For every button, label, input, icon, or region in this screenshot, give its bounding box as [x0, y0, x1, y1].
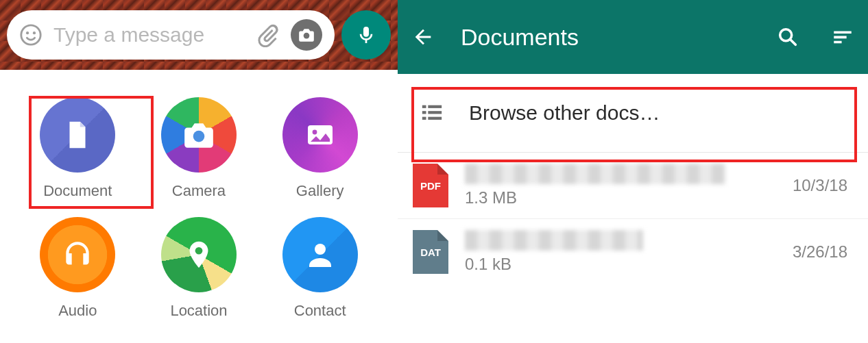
attachment-label: Gallery — [296, 182, 344, 200]
svg-point-7 — [195, 247, 203, 255]
svg-rect-15 — [428, 117, 442, 120]
attachment-audio[interactable]: Audio — [21, 217, 135, 320]
camera-icon — [182, 118, 216, 152]
attachment-contact[interactable]: Contact — [263, 217, 377, 320]
file-name-redacted — [465, 164, 725, 184]
attachment-gallery[interactable]: Gallery — [263, 97, 377, 200]
documents-picker-panel: Documents Browse other docs… PDF 1.3 MB … — [398, 0, 868, 343]
appbar-title: Documents — [461, 24, 757, 51]
svg-point-2 — [33, 31, 36, 34]
file-size: 0.1 kB — [465, 255, 776, 274]
svg-rect-14 — [422, 117, 426, 120]
documents-appbar: Documents — [398, 0, 868, 74]
svg-point-1 — [26, 31, 29, 34]
person-icon — [304, 238, 337, 271]
svg-point-8 — [315, 244, 326, 255]
svg-point-0 — [21, 25, 40, 45]
attachment-location[interactable]: Location — [142, 217, 256, 320]
svg-rect-12 — [422, 111, 426, 114]
dat-file-icon: DAT — [413, 230, 448, 274]
attachment-grid: Document Camera Gallery Audio — [0, 70, 398, 327]
file-size: 1.3 MB — [465, 188, 776, 207]
browse-other-docs[interactable]: Browse other docs… — [398, 74, 868, 153]
attachment-label: Location — [170, 302, 227, 320]
attachment-document[interactable]: Document — [21, 97, 135, 200]
sort-icon[interactable] — [831, 25, 854, 49]
file-row-dat[interactable]: DAT 0.1 kB 3/26/18 — [398, 219, 868, 285]
file-name-redacted — [465, 230, 643, 251]
list-icon — [418, 101, 446, 125]
svg-rect-10 — [422, 105, 426, 108]
browse-label: Browse other docs… — [469, 101, 660, 125]
pdf-file-icon: PDF — [413, 164, 448, 207]
svg-point-3 — [304, 33, 310, 39]
attachment-label: Document — [43, 182, 112, 200]
whatsapp-chat-panel: Type a message Document Camera — [0, 0, 398, 343]
svg-rect-13 — [428, 111, 442, 114]
emoji-icon[interactable] — [19, 23, 43, 47]
attachment-label: Audio — [58, 302, 97, 320]
camera-quick-icon[interactable] — [291, 19, 322, 51]
file-date: 3/26/18 — [793, 242, 847, 262]
attachment-label: Camera — [172, 182, 226, 200]
file-info: 0.1 kB — [465, 230, 776, 274]
document-icon — [62, 119, 93, 151]
back-icon[interactable] — [411, 25, 435, 49]
file-row-pdf[interactable]: PDF 1.3 MB 10/3/18 — [398, 153, 868, 219]
file-date: 10/3/18 — [793, 176, 847, 195]
voice-message-button[interactable] — [341, 10, 391, 60]
file-info: 1.3 MB — [465, 164, 776, 207]
chat-input-bar: Type a message — [0, 0, 398, 70]
gallery-icon — [304, 118, 337, 151]
location-pin-icon — [183, 236, 215, 273]
svg-point-4 — [193, 131, 205, 142]
attach-icon[interactable] — [255, 23, 280, 47]
message-input-pill[interactable]: Type a message — [7, 10, 335, 60]
svg-point-6 — [312, 130, 317, 135]
message-placeholder: Type a message — [53, 23, 244, 47]
attachment-label: Contact — [294, 302, 346, 320]
attachment-camera[interactable]: Camera — [142, 97, 256, 200]
search-icon[interactable] — [776, 25, 799, 49]
headphones-icon — [60, 238, 95, 272]
svg-rect-11 — [428, 105, 442, 108]
